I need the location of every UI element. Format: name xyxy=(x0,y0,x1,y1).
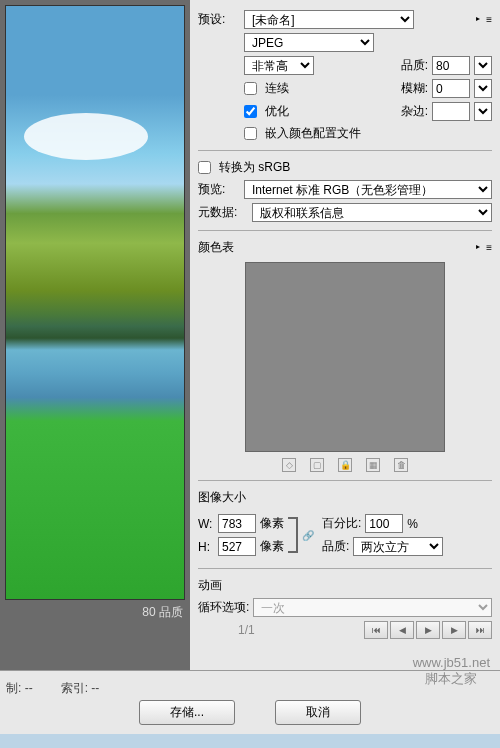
preview-pane: 80 品质 xyxy=(0,0,190,670)
resample-select[interactable]: 两次立方 xyxy=(353,537,443,556)
next-frame-icon[interactable]: ▶ xyxy=(442,621,466,639)
trash-icon[interactable]: 🗑 xyxy=(394,458,408,472)
settings-pane: 预设: [未命名] JPEG 非常高 品质: 连续 模糊: 优化 杂边: xyxy=(190,0,500,670)
status-index: 索引: -- xyxy=(61,680,100,697)
ct-icon-1[interactable]: ◇ xyxy=(282,458,296,472)
preview-select[interactable]: Internet 标准 RGB（无色彩管理） xyxy=(244,180,492,199)
frame-indicator: 1/1 xyxy=(238,623,255,637)
loop-label: 循环选项: xyxy=(198,599,249,616)
colortable-actions: ◇ ▢ 🔒 ▦ 🗑 xyxy=(198,458,492,472)
percent-input[interactable] xyxy=(365,514,403,533)
percent-suffix: % xyxy=(407,517,418,531)
imagesize-label: 图像大小 xyxy=(198,489,492,506)
link-icon[interactable]: 🔗 xyxy=(302,530,314,541)
quality-level-select[interactable]: 非常高 xyxy=(244,56,314,75)
width-input[interactable] xyxy=(218,514,256,533)
save-button[interactable]: 存储... xyxy=(139,700,235,725)
matte-input[interactable] xyxy=(432,102,470,121)
progressive-label: 连续 xyxy=(265,80,289,97)
colortable-label: 颜色表 xyxy=(198,239,234,256)
optimized-checkbox[interactable] xyxy=(244,105,257,118)
optimized-label: 优化 xyxy=(265,103,289,120)
height-input[interactable] xyxy=(218,537,256,556)
play-icon[interactable]: ▶ xyxy=(416,621,440,639)
progressive-checkbox[interactable] xyxy=(244,82,257,95)
quality-label: 品质: xyxy=(401,57,428,74)
embed-profile-checkbox[interactable] xyxy=(244,127,257,140)
status-limit: 制: -- xyxy=(6,680,33,697)
convert-srgb-checkbox[interactable] xyxy=(198,161,211,174)
metadata-label: 元数据: xyxy=(198,204,248,221)
resample-label: 品质: xyxy=(322,538,349,555)
blur-input[interactable] xyxy=(432,79,470,98)
preview-image[interactable] xyxy=(5,5,185,600)
percent-label: 百分比: xyxy=(322,515,361,532)
blur-dropdown[interactable] xyxy=(474,79,492,98)
preset-select[interactable]: [未命名] xyxy=(244,10,414,29)
height-unit: 像素 xyxy=(260,538,284,555)
matte-dropdown[interactable] xyxy=(474,102,492,121)
cancel-button[interactable]: 取消 xyxy=(275,700,361,725)
metadata-select[interactable]: 版权和联系信息 xyxy=(252,203,492,222)
watermark: www.jb51.net 脚本之家 xyxy=(413,655,490,688)
quality-dropdown[interactable] xyxy=(474,56,492,75)
preview-quality-status: 80 品质 xyxy=(142,604,183,621)
format-select[interactable]: JPEG xyxy=(244,33,374,52)
ct-icon-2[interactable]: ▢ xyxy=(310,458,324,472)
first-frame-icon[interactable]: ⏮ xyxy=(364,621,388,639)
blur-label: 模糊: xyxy=(401,80,428,97)
preview-label: 预览: xyxy=(198,181,240,198)
prev-frame-icon[interactable]: ◀ xyxy=(390,621,414,639)
colortable-menu-icon[interactable] xyxy=(476,242,492,254)
last-frame-icon[interactable]: ⏭ xyxy=(468,621,492,639)
matte-label: 杂边: xyxy=(401,103,428,120)
colortable-swatch[interactable] xyxy=(245,262,445,452)
flyout-menu-icon[interactable] xyxy=(476,14,492,26)
height-label: H: xyxy=(198,540,214,554)
embed-profile-label: 嵌入颜色配置文件 xyxy=(265,125,361,142)
convert-srgb-label: 转换为 sRGB xyxy=(219,159,290,176)
animation-label: 动画 xyxy=(198,577,492,594)
preset-label: 预设: xyxy=(198,11,240,28)
loop-select[interactable]: 一次 xyxy=(253,598,492,617)
width-label: W: xyxy=(198,517,214,531)
link-bracket-icon xyxy=(288,517,298,553)
ct-icon-4[interactable]: ▦ xyxy=(366,458,380,472)
ct-icon-3[interactable]: 🔒 xyxy=(338,458,352,472)
width-unit: 像素 xyxy=(260,515,284,532)
quality-input[interactable] xyxy=(432,56,470,75)
